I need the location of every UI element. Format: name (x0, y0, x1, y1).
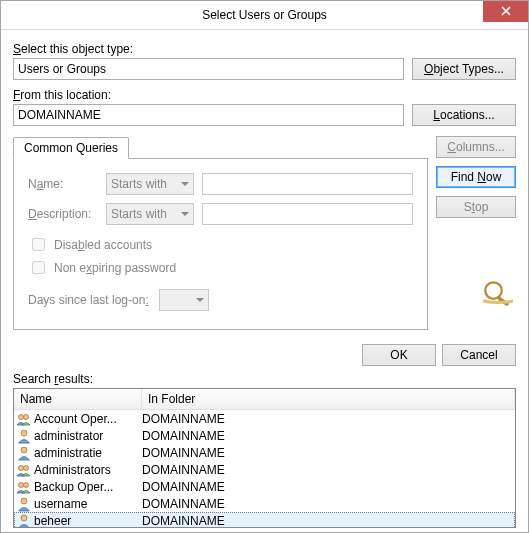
disabled-accounts-checkbox: Disabled accounts (28, 235, 413, 254)
find-now-button[interactable]: Find Now (436, 166, 516, 188)
result-row[interactable]: Account Oper...DOMAINNAME (14, 410, 515, 427)
result-name: Backup Oper... (34, 480, 142, 494)
result-folder: DOMAINNAME (142, 429, 515, 443)
window-title: Select Users or Groups (202, 8, 327, 22)
svg-point-8 (19, 482, 24, 487)
result-name: beheer (34, 514, 142, 528)
svg-point-10 (21, 498, 27, 504)
results-listview[interactable]: Name In Folder Account Oper...DOMAINNAME… (13, 388, 516, 528)
search-graphic-icon (480, 278, 516, 306)
description-mode-value: Starts with (111, 207, 167, 221)
svg-point-2 (19, 414, 24, 419)
dialog-window: Select Users or Groups Select this objec… (0, 0, 529, 533)
common-queries-tab[interactable]: Common Queries (13, 137, 129, 159)
object-type-label: Select this object type: (13, 42, 516, 56)
result-row[interactable]: Backup Oper...DOMAINNAME (14, 478, 515, 495)
queries-panel: Common Queries Name: Starts with Descrip… (13, 136, 428, 330)
chevron-down-icon (181, 212, 189, 216)
name-label: Name: (28, 177, 98, 191)
result-folder: DOMAINNAME (142, 514, 515, 528)
description-label: Description: (28, 207, 98, 221)
group-icon (16, 462, 32, 478)
disabled-accounts-label: Disabled accounts (54, 238, 152, 252)
disabled-accounts-input (32, 238, 45, 251)
chevron-down-icon (196, 298, 204, 302)
queries-row: Common Queries Name: Starts with Descrip… (13, 136, 516, 330)
svg-point-5 (21, 447, 27, 453)
svg-point-6 (19, 465, 24, 470)
result-folder: DOMAINNAME (142, 412, 515, 426)
name-input[interactable] (202, 173, 413, 195)
bottom-buttons: OK Cancel (13, 344, 516, 366)
object-types-button[interactable]: Object Types... (412, 58, 516, 80)
result-folder: DOMAINNAME (142, 480, 515, 494)
locations-button[interactable]: Locations... (412, 104, 516, 126)
result-folder: DOMAINNAME (142, 463, 515, 477)
query-grid: Name: Starts with Description: Starts wi… (28, 173, 413, 225)
description-input[interactable] (202, 203, 413, 225)
stop-button: Stop (436, 196, 516, 218)
user-icon (16, 496, 32, 512)
user-icon (16, 445, 32, 461)
result-name: Administrators (34, 463, 142, 477)
name-mode-value: Starts with (111, 177, 167, 191)
group-icon (16, 479, 32, 495)
days-since-logon-combo (159, 289, 209, 311)
user-icon (16, 513, 32, 528)
svg-point-0 (485, 282, 502, 299)
column-folder[interactable]: In Folder (142, 389, 515, 409)
column-name[interactable]: Name (14, 389, 142, 409)
non-expiring-input (32, 261, 45, 274)
user-icon (16, 428, 32, 444)
result-row[interactable]: beheerDOMAINNAME (14, 512, 515, 527)
dialog-content: Select this object type: Object Types...… (1, 30, 528, 533)
result-row[interactable]: usernameDOMAINNAME (14, 495, 515, 512)
chevron-down-icon (181, 182, 189, 186)
location-input[interactable] (13, 104, 404, 126)
result-row[interactable]: administratieDOMAINNAME (14, 444, 515, 461)
search-results-label: Search results: (13, 372, 516, 386)
svg-point-4 (21, 430, 27, 436)
cancel-button[interactable]: Cancel (442, 344, 516, 366)
side-buttons: Columns... Find Now Stop (436, 136, 516, 306)
location-section: From this location: Locations... (13, 88, 516, 126)
queries-tabpane: Name: Starts with Description: Starts wi… (13, 158, 428, 330)
titlebar: Select Users or Groups (1, 1, 528, 30)
svg-point-7 (24, 465, 29, 470)
days-since-logon-row: Days since last log-on: (28, 289, 413, 311)
close-icon (501, 6, 511, 18)
days-since-logon-label: Days since last log-on: (28, 293, 149, 307)
svg-point-11 (21, 515, 27, 521)
name-mode-combo: Starts with (106, 173, 194, 195)
location-label: From this location: (13, 88, 516, 102)
group-icon (16, 411, 32, 427)
non-expiring-checkbox: Non expiring password (28, 258, 413, 277)
result-folder: DOMAINNAME (142, 446, 515, 460)
ok-button[interactable]: OK (362, 344, 436, 366)
result-row[interactable]: administratorDOMAINNAME (14, 427, 515, 444)
result-name: Account Oper... (34, 412, 142, 426)
object-type-section: Select this object type: Object Types... (13, 42, 516, 80)
result-name: username (34, 497, 142, 511)
object-type-input[interactable] (13, 58, 404, 80)
close-button[interactable] (483, 1, 528, 22)
results-header: Name In Folder (14, 389, 515, 410)
non-expiring-label: Non expiring password (54, 261, 176, 275)
columns-button: Columns... (436, 136, 516, 158)
svg-point-3 (24, 414, 29, 419)
svg-point-9 (24, 482, 29, 487)
result-name: administratie (34, 446, 142, 460)
results-body[interactable]: Account Oper...DOMAINNAMEadministratorDO… (14, 410, 515, 527)
result-name: administrator (34, 429, 142, 443)
description-mode-combo: Starts with (106, 203, 194, 225)
result-row[interactable]: AdministratorsDOMAINNAME (14, 461, 515, 478)
result-folder: DOMAINNAME (142, 497, 515, 511)
